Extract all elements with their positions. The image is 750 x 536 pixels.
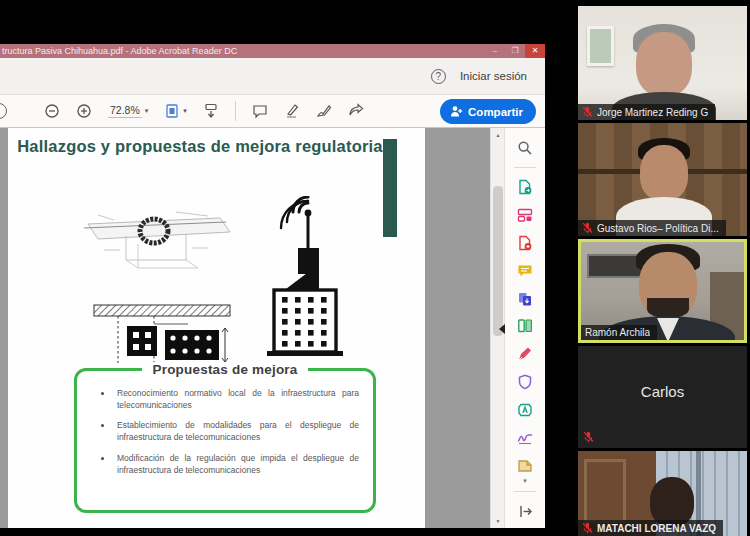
restore-button[interactable]: ❐	[505, 44, 525, 58]
menu-row: ? Iniciar sesión	[0, 58, 545, 95]
toolbar-separator	[235, 101, 236, 121]
slide-accent-bar	[383, 139, 397, 237]
signature-pen-icon	[316, 103, 332, 119]
scroll-mode-button[interactable]	[203, 103, 219, 119]
more-tools-chevron-icon[interactable]: ▾	[523, 477, 527, 485]
scroll-down-arrow[interactable]: ▼	[491, 514, 505, 528]
duct-cross-section-diagram	[92, 300, 234, 366]
share-person-icon	[450, 105, 463, 118]
antenna-building-diagram	[246, 196, 346, 358]
window-titlebar: tructura Pasiva Chihuahua.pdf - Adobe Ac…	[0, 44, 545, 58]
slide-title: Hallazgos y propuestas de mejora regulat…	[12, 136, 388, 157]
scrollbar-thumb[interactable]	[493, 186, 503, 336]
participant-name: Carlos	[578, 382, 747, 399]
proposal-item: Modificación de la regulación que impida…	[89, 453, 359, 476]
combine-files-icon	[517, 291, 533, 307]
participant-tile-active-speaker[interactable]: Ramón Archila	[578, 239, 747, 343]
sign-tool-button[interactable]	[316, 103, 332, 119]
certificates-tool-button[interactable]	[514, 427, 536, 449]
protect-tool-button[interactable]	[514, 371, 536, 393]
participant-name: Gustavo Rios– Política Di...	[597, 223, 719, 234]
zoom-level-control[interactable]: 72.8% ▾	[108, 104, 148, 118]
participant-name: Jorge Martinez Reding G	[597, 107, 708, 118]
scroll-up-arrow[interactable]: ▲	[491, 128, 505, 142]
send-arrow-icon	[348, 103, 364, 119]
muted-mic-icon	[582, 222, 593, 234]
participant-name-label: Gustavo Rios– Política Di...	[578, 220, 726, 236]
tools-panel: ▾	[504, 128, 545, 528]
search-tool-button[interactable]	[514, 137, 536, 159]
acrobat-window: tructura Pasiva Chihuahua.pdf - Adobe Ac…	[0, 44, 545, 528]
share-label: Compartir	[468, 106, 523, 118]
expand-panel-icon	[518, 504, 533, 519]
search-icon	[517, 140, 533, 156]
participant-tile[interactable]: Gustavo Rios– Política Di...	[578, 123, 747, 236]
participant-name-label: MATACHI LORENA VAZQ	[578, 520, 723, 536]
muted-mic-icon	[582, 522, 593, 534]
proposal-item: Establecimiento de modalidades para el d…	[89, 420, 359, 443]
sign-in-link[interactable]: Iniciar sesión	[460, 70, 527, 82]
scroll-page-icon	[203, 103, 219, 119]
partial-tool-icon	[0, 103, 7, 119]
manhole-diagram	[80, 198, 232, 276]
edit-pdf-tool-button[interactable]	[514, 204, 536, 226]
participant-tile-camera-off[interactable]: Carlos	[578, 346, 747, 448]
chevron-down-icon: ▾	[145, 107, 149, 115]
panel-separator	[514, 491, 536, 492]
zoom-out-icon	[44, 103, 60, 119]
participant-name-label: Ramón Archila	[581, 325, 657, 340]
export-pdf-icon	[517, 179, 533, 195]
proposals-heading: Propuestas de mejora	[142, 362, 307, 377]
participant-tile[interactable]: MATACHI LORENA VAZQ	[578, 451, 747, 536]
pencil-icon	[284, 103, 300, 119]
person-decoration	[640, 145, 688, 201]
certificates-signature-icon	[517, 430, 533, 446]
stamp-tool-button[interactable]	[514, 455, 536, 477]
minimize-button[interactable]: –	[485, 44, 505, 58]
zoom-in-icon	[76, 103, 92, 119]
organize-pages-tool-button[interactable]	[514, 316, 536, 338]
create-pdf-icon	[517, 235, 533, 251]
toolbar: 72.8% ▾ ▾	[0, 95, 545, 128]
share-button[interactable]: Compartir	[440, 99, 536, 124]
person-decoration	[636, 32, 692, 96]
fill-sign-tool-button[interactable]	[348, 103, 364, 119]
panel-separator	[514, 167, 536, 168]
comment-tool-button[interactable]	[252, 103, 268, 119]
comment-icon	[517, 263, 533, 279]
highlight-tool-button[interactable]	[284, 103, 300, 119]
fill-sign-pen-icon	[517, 346, 533, 362]
comment-panel-tool-button[interactable]	[514, 260, 536, 282]
proposal-item: Reconocimiento normativo local de la inf…	[89, 388, 359, 411]
fill-sign-panel-tool-button[interactable]	[514, 343, 536, 365]
proposals-box: Propuestas de mejora Reconocimiento norm…	[74, 368, 376, 513]
expand-panel-button[interactable]	[514, 500, 536, 522]
stamp-icon	[517, 458, 533, 474]
edit-pdf-icon	[517, 207, 533, 223]
comment-bubble-icon	[252, 103, 268, 119]
close-button[interactable]: ✕	[525, 44, 545, 58]
optimize-pdf-icon	[517, 402, 533, 418]
window-title: tructura Pasiva Chihuahua.pdf - Adobe Ac…	[0, 46, 485, 56]
shield-icon	[517, 374, 533, 390]
zoom-out-button[interactable]	[44, 103, 60, 119]
zoom-in-button[interactable]	[76, 103, 92, 119]
video-feed	[578, 6, 747, 120]
help-icon[interactable]: ?	[431, 69, 446, 84]
person-decoration	[647, 298, 689, 318]
background-decoration	[584, 459, 626, 523]
document-area: Hallazgos y propuestas de mejora regulat…	[0, 128, 545, 528]
optimize-pdf-tool-button[interactable]	[514, 399, 536, 421]
muted-mic-icon	[583, 431, 594, 443]
participant-name: MATACHI LORENA VAZQ	[597, 523, 716, 534]
collapse-panel-icon[interactable]	[499, 324, 505, 334]
organize-pages-icon	[517, 318, 533, 334]
page-view-button[interactable]: ▾	[164, 103, 187, 119]
participant-name-label: Jorge Martinez Reding G	[578, 104, 715, 120]
pdf-page: Hallazgos y propuestas de mejora regulat…	[8, 128, 425, 528]
combine-files-tool-button[interactable]	[514, 288, 536, 310]
create-pdf-tool-button[interactable]	[514, 232, 536, 254]
picture-frame-decoration	[587, 26, 614, 66]
participant-tile[interactable]: Jorge Martinez Reding G	[578, 6, 747, 120]
export-pdf-tool-button[interactable]	[514, 176, 536, 198]
